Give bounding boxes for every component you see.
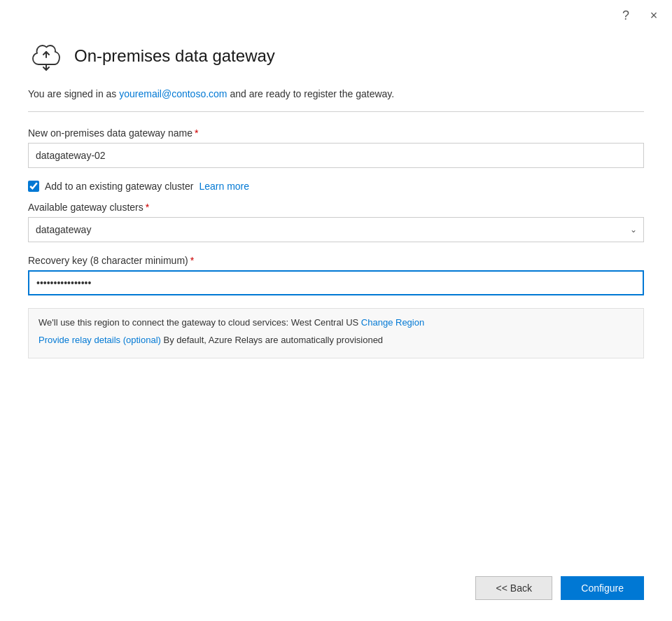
cloud-gateway-icon — [28, 38, 64, 74]
dialog-footer: << Back Configure — [0, 562, 672, 621]
relay-details-link[interactable]: Provide relay details (optional) — [38, 335, 161, 345]
section-divider — [28, 111, 644, 112]
gateway-name-input[interactable] — [28, 143, 644, 168]
subtitle-prefix: You are signed in as — [28, 88, 119, 99]
clusters-required-indicator: * — [146, 202, 149, 213]
required-indicator: * — [195, 127, 198, 139]
gateway-name-label: New on-premises data gateway name* — [28, 127, 644, 139]
checkbox-row: Add to an existing gateway cluster Learn… — [28, 181, 644, 192]
recovery-key-label: Recovery key (8 character minimum)* — [28, 255, 644, 266]
dialog-content: On-premises data gateway You are signed … — [0, 31, 672, 562]
clusters-label: Available gateway clusters* — [28, 202, 644, 213]
recovery-key-required: * — [190, 255, 194, 266]
relay-info-line: Provide relay details (optional) By defa… — [38, 333, 634, 348]
clusters-select[interactable]: datagateway — [28, 217, 644, 242]
titlebar: ? × — [0, 0, 672, 31]
back-button[interactable]: << Back — [475, 576, 552, 600]
dialog-header: On-premises data gateway — [28, 38, 644, 74]
configure-button[interactable]: Configure — [561, 576, 644, 600]
clusters-section: Available gateway clusters* datagateway … — [28, 202, 644, 242]
recovery-key-input[interactable] — [28, 270, 644, 295]
dialog-container: ? × On-premises data gateway — [0, 0, 672, 621]
region-info-line: We'll use this region to connect the gat… — [38, 316, 634, 330]
clusters-select-wrapper: datagateway ⌄ — [28, 217, 644, 242]
relay-details-suffix: By default, Azure Relays are automatical… — [161, 335, 383, 345]
cluster-checkbox[interactable] — [28, 181, 39, 192]
cluster-checkbox-label[interactable]: Add to an existing gateway cluster — [45, 181, 193, 192]
page-title: On-premises data gateway — [74, 46, 275, 66]
change-region-link[interactable]: Change Region — [361, 317, 424, 328]
learn-more-link[interactable]: Learn more — [199, 181, 249, 192]
subtitle-email: youremail@contoso.com — [119, 88, 227, 99]
info-box: We'll use this region to connect the gat… — [28, 308, 644, 358]
subtitle-text: You are signed in as youremail@contoso.c… — [28, 87, 644, 102]
subtitle-suffix: and are ready to register the gateway. — [227, 88, 395, 99]
help-button[interactable]: ? — [616, 6, 636, 25]
gateway-name-section: New on-premises data gateway name* — [28, 127, 644, 168]
recovery-key-section: Recovery key (8 character minimum)* — [28, 255, 644, 295]
region-prefix-text: We'll use this region to connect the gat… — [38, 317, 361, 328]
close-button[interactable]: × — [644, 6, 664, 25]
